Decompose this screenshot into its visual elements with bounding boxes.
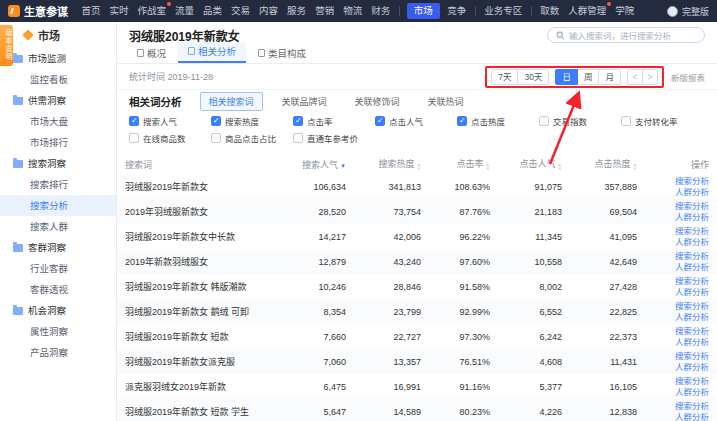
metric-trade-index[interactable]: 交易指数 (539, 115, 621, 127)
sidebar-group-opportunity-insight[interactable]: 机会洞察 (0, 300, 116, 321)
tab-category-composition[interactable]: 类目构成 (248, 44, 316, 63)
checkbox-icon[interactable] (621, 116, 631, 126)
sidebar-item-search-crowd[interactable]: 搜索人群 (0, 216, 116, 237)
checkbox-checked-icon[interactable] (211, 116, 221, 126)
col-search-popularity[interactable]: 搜索人气▼ (279, 154, 354, 174)
nav-item-competition[interactable]: 竞争 (443, 0, 471, 22)
week-button[interactable]: 周 (577, 69, 600, 85)
month-button[interactable]: 月 (598, 69, 621, 85)
crowd-analysis-link[interactable]: 人群分析 (653, 287, 709, 298)
metric-click-heat[interactable]: 点击热度 (457, 115, 539, 127)
metric-click-rate[interactable]: 点击率 (293, 115, 375, 127)
metric-search-popularity[interactable]: 搜索人气 (129, 115, 211, 127)
nav-item-home[interactable]: 首页 (77, 0, 105, 22)
sidebar-item-market-overview[interactable]: 市场大盘 (0, 111, 116, 132)
nav-item-logistics[interactable]: 物流 (339, 0, 367, 22)
metric-ztc-reference-price[interactable]: 直通车参考价 (293, 132, 375, 144)
sidebar-item-industry-customer[interactable]: 行业客群 (0, 258, 116, 279)
crowd-analysis-link[interactable]: 人群分析 (653, 362, 709, 373)
new-report-link[interactable]: 新版报表 (671, 71, 705, 83)
metric-product-click-share[interactable]: 商品点击占比 (211, 132, 293, 144)
subtab-related-modifier-words[interactable]: 关联修饰词 (346, 92, 409, 111)
version-note-tag[interactable]: 版本说明 (0, 25, 13, 66)
nav-item-traffic[interactable]: 流量 (171, 0, 199, 22)
nav-item-content[interactable]: 内容 (255, 0, 283, 22)
search-analysis-link[interactable]: 搜索分析 (653, 376, 709, 387)
sidebar-item-search-rank[interactable]: 搜索排行 (0, 174, 116, 195)
checkbox-icon[interactable] (293, 133, 303, 143)
checkbox-icon[interactable] (539, 116, 549, 126)
nav-item-realtime[interactable]: 实时 (105, 0, 133, 22)
search-analysis-link[interactable]: 搜索分析 (653, 176, 709, 187)
app-logo[interactable]: 生意参谋 (8, 3, 68, 19)
day-button[interactable]: 日 (555, 69, 578, 85)
search-analysis-link[interactable]: 搜索分析 (653, 226, 709, 237)
nav-item-finance[interactable]: 财务 (367, 0, 395, 22)
metric-click-popularity[interactable]: 点击人气 (375, 115, 457, 127)
checkbox-checked-icon[interactable] (375, 116, 385, 126)
range-7d-button[interactable]: 7天 (491, 69, 518, 85)
checkbox-checked-icon[interactable] (293, 116, 303, 126)
subtab-related-brand-words[interactable]: 关联品牌词 (273, 92, 336, 111)
checkbox-icon[interactable] (211, 133, 221, 143)
value-cell: 11,431 (570, 349, 645, 374)
crowd-analysis-link[interactable]: 人群分析 (653, 412, 709, 421)
nav-item-market[interactable]: 市场 (407, 3, 440, 19)
crowd-analysis-link[interactable]: 人群分析 (653, 337, 709, 348)
subtab-related-search-words[interactable]: 相关搜索词 (200, 92, 263, 111)
nav-item-academy[interactable]: 学院 (611, 0, 639, 22)
sidebar-group-search-insight[interactable]: 搜索洞察 (0, 153, 116, 174)
nav-item-data-extract[interactable]: 取数 (536, 0, 564, 22)
search-analysis-link[interactable]: 搜索分析 (653, 276, 709, 287)
sidebar-item-search-analysis[interactable]: 搜索分析 (0, 195, 116, 216)
nav-item-war-room[interactable]: 作战室 (133, 0, 171, 22)
col-search-heat[interactable]: 搜索热度▲▼ (354, 154, 429, 174)
search-analysis-link[interactable]: 搜索分析 (653, 251, 709, 262)
sidebar-item-product-insight[interactable]: 产品洞察 (0, 342, 116, 363)
search-analysis-link[interactable]: 搜索分析 (653, 326, 709, 337)
value-cell: 27,428 (570, 274, 645, 299)
value-cell: 80.23% (429, 399, 498, 421)
search-analysis-link[interactable]: 搜索分析 (653, 301, 709, 312)
col-click-heat[interactable]: 点击热度▲▼ (570, 154, 645, 174)
checkbox-checked-icon[interactable] (457, 116, 467, 126)
nav-item-category[interactable]: 品类 (199, 0, 227, 22)
search-analysis-link[interactable]: 搜索分析 (653, 401, 709, 412)
search-analysis-link[interactable]: 搜索分析 (653, 351, 709, 362)
metric-search-heat[interactable]: 搜索热度 (211, 115, 293, 127)
tab-overview[interactable]: 概况 (127, 44, 176, 63)
nav-item-marketing[interactable]: 营销 (311, 0, 339, 22)
checkbox-icon[interactable] (129, 133, 139, 143)
crowd-analysis-link[interactable]: 人群分析 (653, 312, 709, 323)
chevron-left-icon[interactable]: < (627, 69, 643, 85)
sidebar-group-market-monitor[interactable]: 市场监测 (0, 48, 116, 69)
metric-pay-conversion[interactable]: 支付转化率 (621, 115, 703, 127)
sidebar-group-customer-insight[interactable]: 客群洞察 (0, 237, 116, 258)
sidebar-item-monitor-board[interactable]: 监控看板 (0, 69, 116, 90)
range-30d-button[interactable]: 30天 (517, 69, 549, 85)
sidebar-item-customer-perspective[interactable]: 客群透视 (0, 279, 116, 300)
navbar-account[interactable]: 完整版 (667, 5, 709, 18)
col-click-popularity[interactable]: 点击人气▲▼ (498, 154, 570, 174)
chevron-right-icon[interactable]: > (642, 69, 658, 85)
metric-online-products[interactable]: 在线商品数 (129, 132, 211, 144)
crowd-analysis-link[interactable]: 人群分析 (653, 387, 709, 398)
sidebar-group-supply-demand[interactable]: 供需洞察 (0, 90, 116, 111)
search-analysis-link[interactable]: 搜索分析 (653, 201, 709, 212)
search-input[interactable]: 输入搜索词，进行搜索分析 (547, 27, 705, 43)
nav-item-crowd-management[interactable]: 人群管理 (564, 0, 611, 22)
crowd-analysis-link[interactable]: 人群分析 (653, 237, 709, 248)
nav-item-service[interactable]: 服务 (283, 0, 311, 22)
crowd-analysis-link[interactable]: 人群分析 (653, 262, 709, 273)
sidebar-item-attribute-insight[interactable]: 属性洞察 (0, 321, 116, 342)
nav-item-trade[interactable]: 交易 (227, 0, 255, 22)
sidebar-item-market-rank[interactable]: 市场排行 (0, 132, 116, 153)
col-click-rate[interactable]: 点击率▲▼ (429, 154, 498, 174)
subtab-related-hot-words[interactable]: 关联热词 (419, 92, 473, 111)
nav-item-business-zone[interactable]: 业务专区 (480, 0, 527, 22)
crowd-analysis-link[interactable]: 人群分析 (653, 187, 709, 198)
tab-related-analysis[interactable]: 相关分析 (178, 42, 246, 63)
checkbox-checked-icon[interactable] (129, 116, 139, 126)
crowd-analysis-link[interactable]: 人群分析 (653, 212, 709, 223)
search-icon (556, 31, 565, 40)
